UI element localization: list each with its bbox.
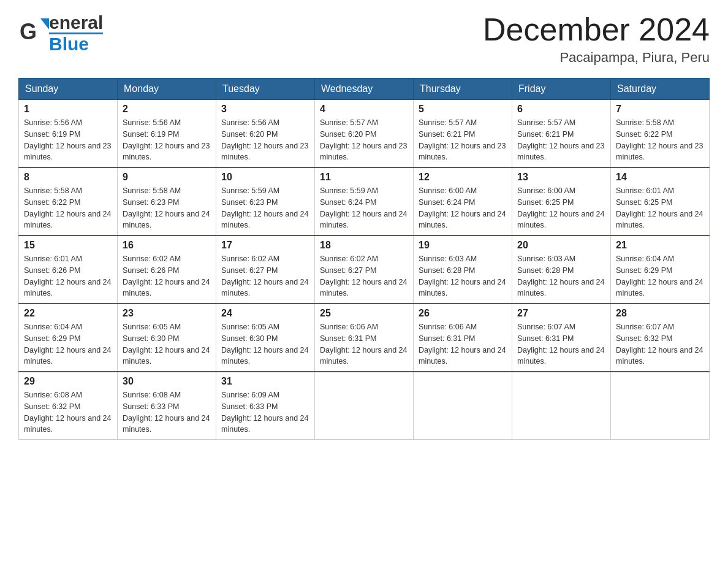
- sunrise-label: Sunrise:: [419, 255, 449, 263]
- daylight-label: Daylight: 12 hours and 23 minutes.: [419, 142, 506, 162]
- daylight-label: Daylight: 12 hours and 24 minutes.: [616, 210, 703, 230]
- daylight-label: Daylight: 12 hours and 24 minutes.: [616, 346, 703, 366]
- sunrise-value: 6:02 AM: [251, 255, 279, 263]
- day-info: Sunrise: 6:08 AM Sunset: 6:33 PM Dayligh…: [123, 389, 211, 435]
- sunset-value: 6:27 PM: [249, 266, 278, 275]
- sunrise-value: 5:56 AM: [251, 118, 279, 127]
- calendar-day-cell: 5 Sunrise: 5:57 AM Sunset: 6:21 PM Dayli…: [414, 100, 512, 168]
- sunrise-value: 6:02 AM: [153, 255, 181, 263]
- sunrise-value: 6:00 AM: [449, 186, 477, 195]
- page-subtitle: Pacaipampa, Piura, Peru: [483, 50, 710, 66]
- day-info: Sunrise: 6:04 AM Sunset: 6:29 PM Dayligh…: [616, 253, 704, 299]
- sunset-label: Sunset:: [123, 402, 151, 411]
- calendar-header-row: Sunday Monday Tuesday Wednesday Thursday…: [19, 79, 710, 100]
- day-number: 30: [123, 376, 211, 387]
- header-saturday: Saturday: [611, 79, 710, 100]
- sunrise-value: 5:59 AM: [350, 186, 378, 195]
- day-info: Sunrise: 6:08 AM Sunset: 6:32 PM Dayligh…: [24, 389, 112, 435]
- calendar-table: Sunday Monday Tuesday Wednesday Thursday…: [18, 78, 710, 440]
- sunset-label: Sunset:: [616, 130, 644, 139]
- day-info: Sunrise: 5:58 AM Sunset: 6:23 PM Dayligh…: [123, 185, 211, 231]
- sunrise-label: Sunrise:: [221, 186, 251, 195]
- sunrise-label: Sunrise:: [320, 323, 350, 331]
- day-info: Sunrise: 6:02 AM Sunset: 6:27 PM Dayligh…: [221, 253, 309, 299]
- sunset-label: Sunset:: [320, 266, 348, 275]
- sunset-value: 6:27 PM: [348, 266, 377, 275]
- sunrise-value: 6:09 AM: [251, 391, 279, 399]
- sunrise-value: 6:05 AM: [153, 323, 181, 331]
- sunset-label: Sunset:: [320, 130, 348, 139]
- sunrise-label: Sunrise:: [517, 186, 547, 195]
- sunset-label: Sunset:: [123, 266, 151, 275]
- sunrise-label: Sunrise:: [123, 323, 153, 331]
- day-number: 6: [517, 104, 605, 115]
- sunrise-label: Sunrise:: [419, 118, 449, 127]
- day-info: Sunrise: 5:56 AM Sunset: 6:19 PM Dayligh…: [123, 117, 211, 163]
- sunrise-value: 6:05 AM: [251, 323, 279, 331]
- calendar-day-cell: 7 Sunrise: 5:58 AM Sunset: 6:22 PM Dayli…: [611, 100, 710, 168]
- sunset-value: 6:20 PM: [249, 130, 278, 139]
- sunset-value: 6:19 PM: [52, 130, 81, 139]
- sunrise-value: 6:03 AM: [547, 255, 575, 263]
- day-info: Sunrise: 5:58 AM Sunset: 6:22 PM Dayligh…: [24, 185, 112, 231]
- calendar-day-cell: 23 Sunrise: 6:05 AM Sunset: 6:30 PM Dayl…: [118, 304, 216, 372]
- calendar-day-cell: 10 Sunrise: 5:59 AM Sunset: 6:23 PM Dayl…: [216, 167, 315, 236]
- header-friday: Friday: [512, 79, 611, 100]
- sunrise-value: 5:56 AM: [153, 118, 181, 127]
- sunset-value: 6:21 PM: [545, 130, 574, 139]
- day-number: 8: [24, 172, 112, 183]
- sunset-value: 6:31 PM: [545, 334, 574, 343]
- calendar-day-cell: 22 Sunrise: 6:04 AM Sunset: 6:29 PM Dayl…: [19, 304, 118, 372]
- sunrise-value: 6:08 AM: [153, 391, 181, 399]
- daylight-label: Daylight: 12 hours and 23 minutes.: [517, 142, 604, 162]
- day-number: 24: [221, 308, 309, 319]
- calendar-day-cell: [611, 372, 710, 440]
- calendar-day-cell: 29 Sunrise: 6:08 AM Sunset: 6:32 PM Dayl…: [19, 372, 118, 440]
- sunset-value: 6:29 PM: [644, 266, 673, 275]
- sunset-value: 6:28 PM: [447, 266, 476, 275]
- sunrise-label: Sunrise:: [123, 186, 153, 195]
- calendar-day-cell: 24 Sunrise: 6:05 AM Sunset: 6:30 PM Dayl…: [216, 304, 315, 372]
- day-info: Sunrise: 6:00 AM Sunset: 6:24 PM Dayligh…: [419, 185, 507, 231]
- day-number: 23: [123, 308, 211, 319]
- day-number: 20: [517, 240, 605, 251]
- day-number: 26: [419, 308, 507, 319]
- calendar-week-row: 15 Sunrise: 6:01 AM Sunset: 6:26 PM Dayl…: [19, 236, 710, 304]
- daylight-label: Daylight: 12 hours and 24 minutes.: [419, 346, 506, 366]
- day-number: 27: [517, 308, 605, 319]
- sunset-label: Sunset:: [517, 130, 545, 139]
- daylight-label: Daylight: 12 hours and 23 minutes.: [221, 142, 308, 162]
- sunrise-label: Sunrise:: [616, 255, 646, 263]
- sunrise-label: Sunrise:: [616, 186, 646, 195]
- sunset-label: Sunset:: [24, 334, 52, 343]
- calendar-day-cell: 21 Sunrise: 6:04 AM Sunset: 6:29 PM Dayl…: [611, 236, 710, 304]
- daylight-label: Daylight: 12 hours and 24 minutes.: [24, 414, 111, 434]
- day-number: 18: [320, 240, 408, 251]
- calendar-day-cell: 27 Sunrise: 6:07 AM Sunset: 6:31 PM Dayl…: [512, 304, 611, 372]
- sunset-value: 6:31 PM: [447, 334, 476, 343]
- calendar-day-cell: 8 Sunrise: 5:58 AM Sunset: 6:22 PM Dayli…: [19, 167, 118, 236]
- calendar-day-cell: 6 Sunrise: 5:57 AM Sunset: 6:21 PM Dayli…: [512, 100, 611, 168]
- day-number: 1: [24, 104, 112, 115]
- sunset-value: 6:30 PM: [151, 334, 180, 343]
- sunset-label: Sunset:: [320, 198, 348, 207]
- sunset-value: 6:24 PM: [348, 198, 377, 207]
- sunrise-value: 5:58 AM: [646, 118, 674, 127]
- calendar-week-row: 1 Sunrise: 5:56 AM Sunset: 6:19 PM Dayli…: [19, 100, 710, 168]
- sunrise-value: 6:06 AM: [350, 323, 378, 331]
- page-header: G eneral Blue December 2024 Pacaipampa, …: [18, 12, 710, 66]
- calendar-day-cell: 9 Sunrise: 5:58 AM Sunset: 6:23 PM Dayli…: [118, 167, 216, 236]
- header-thursday: Thursday: [414, 79, 512, 100]
- calendar-day-cell: [414, 372, 512, 440]
- sunset-value: 6:25 PM: [545, 198, 574, 207]
- calendar-day-cell: 12 Sunrise: 6:00 AM Sunset: 6:24 PM Dayl…: [414, 167, 512, 236]
- calendar-day-cell: 1 Sunrise: 5:56 AM Sunset: 6:19 PM Dayli…: [19, 100, 118, 168]
- sunset-label: Sunset:: [123, 130, 151, 139]
- day-info: Sunrise: 5:57 AM Sunset: 6:21 PM Dayligh…: [419, 117, 507, 163]
- sunrise-label: Sunrise:: [616, 118, 646, 127]
- daylight-label: Daylight: 12 hours and 24 minutes.: [419, 278, 506, 298]
- calendar-day-cell: 26 Sunrise: 6:06 AM Sunset: 6:31 PM Dayl…: [414, 304, 512, 372]
- sunset-value: 6:32 PM: [644, 334, 673, 343]
- daylight-label: Daylight: 12 hours and 24 minutes.: [320, 346, 407, 366]
- day-number: 19: [419, 240, 507, 251]
